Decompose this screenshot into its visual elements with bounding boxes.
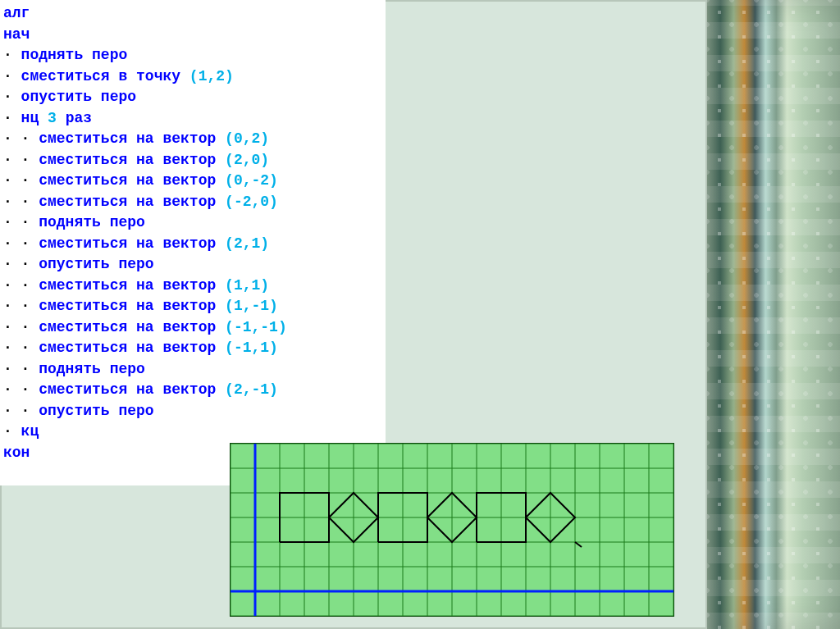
code-panel: алг нач · поднять перо · сместиться в то… — [0, 0, 386, 485]
cmd: сместиться на вектор — [39, 130, 216, 147]
code-listing: алг нач · поднять перо · сместиться в то… — [3, 3, 377, 463]
cmd: сместиться на вектор — [39, 152, 216, 168]
cmd: сместиться на вектор — [39, 172, 216, 189]
arg: (0,-2) — [225, 172, 278, 189]
kw-nts: нц — [21, 110, 39, 126]
cmd: поднять перо — [21, 47, 128, 63]
decorative-right-band — [705, 0, 840, 629]
cmd: сместиться на вектор — [39, 340, 216, 356]
drawing-svg — [231, 444, 673, 616]
kw-raz: раз — [66, 110, 92, 126]
cmd: сместиться на вектор — [39, 235, 216, 252]
cmd: опустить перо — [21, 89, 136, 105]
arg: (-2,0) — [225, 194, 278, 210]
cmd: сместиться в точку — [21, 68, 180, 84]
cmd: сместиться на вектор — [39, 381, 216, 398]
loop-count: 3 — [48, 110, 57, 126]
arg: (-1,1) — [225, 340, 278, 356]
cmd: опустить перо — [39, 256, 153, 272]
arg: (1,1) — [225, 277, 269, 294]
arg: (-1,-1) — [225, 319, 287, 335]
kw-kts: кц — [21, 423, 39, 440]
kw-kon: кон — [3, 444, 30, 461]
cmd: сместиться на вектор — [39, 194, 216, 210]
arg: (1,2) — [189, 68, 234, 84]
cmd: опустить перо — [39, 403, 153, 419]
kw-alg: алг — [3, 5, 30, 21]
slide: алг нач · поднять перо · сместиться в то… — [0, 0, 840, 629]
arg: (2,0) — [225, 152, 269, 168]
cmd: поднять перо — [39, 361, 145, 377]
arg: (0,2) — [225, 130, 269, 147]
cmd: сместиться на вектор — [39, 319, 216, 335]
cmd: сместиться на вектор — [39, 298, 216, 314]
arg: (2,-1) — [225, 381, 278, 398]
cmd: сместиться на вектор — [39, 277, 216, 294]
drawing-output — [230, 443, 674, 617]
arg: (1,-1) — [225, 298, 278, 314]
kw-nach: нач — [3, 26, 30, 43]
arg: (2,1) — [225, 235, 269, 252]
cmd: поднять перо — [39, 214, 145, 230]
